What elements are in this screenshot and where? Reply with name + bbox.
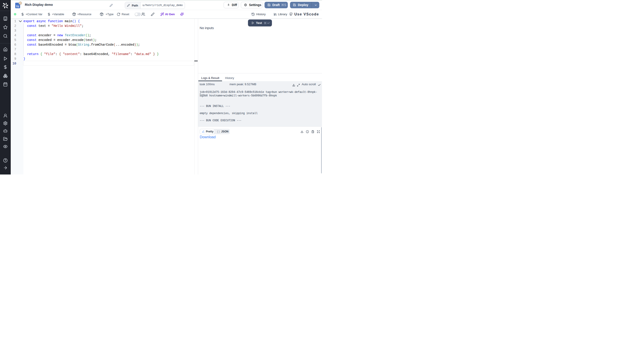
svg-text:TS: TS xyxy=(16,5,19,8)
